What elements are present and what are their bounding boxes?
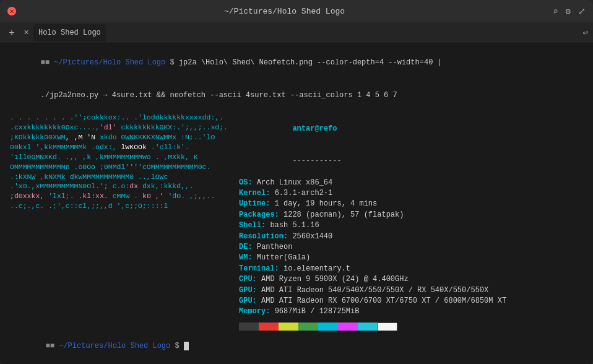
terminal-window: ✕ ~/Pictures/Holo Shed Logo ⌕ ⚙ ⤢ + ✕ Ho…: [0, 0, 593, 364]
tab-label: Holo Shed Logo: [38, 28, 101, 37]
titlebar: ✕ ~/Pictures/Holo Shed Logo ⌕ ⚙ ⤢: [0, 0, 593, 22]
color-block-5: [338, 323, 358, 331]
info-area: antar@refo ----------- OS: Arch Linux x8…: [234, 111, 588, 330]
prompt-path: ~/Pictures/Holo Shed Logo: [54, 58, 165, 67]
info-packages: Packages: 1228 (pacman), 57 (flatpak): [239, 210, 583, 220]
titlebar-icons: ⌕ ⚙ ⤢: [553, 6, 586, 17]
info-sep-line: -----------: [239, 145, 583, 178]
tabbar: + ✕ Holo Shed Logo ↩: [0, 22, 593, 43]
color-block-1: [259, 323, 279, 331]
info-kernel: Kernel: 6.3.1-arch2-1: [239, 188, 583, 199]
command-text-2: ./jp2a2neo.py → 4sure.txt && neofetch --…: [41, 91, 397, 100]
history-icon[interactable]: ↩: [583, 27, 588, 38]
ascii-art: . . . . . . . .'';cokkkox:.. .'loddkkkkk…: [5, 111, 234, 330]
terminal-content: ■■ ~/Pictures/Holo Shed Logo $ jp2a \Hol…: [0, 47, 593, 360]
info-wm: WM: Mutter(Gala): [239, 253, 583, 263]
command-line-2: ./jp2a2neo.py → 4sure.txt && neofetch --…: [5, 79, 588, 111]
bottom-dollar: $: [175, 342, 179, 350]
expand-icon[interactable]: ⤢: [578, 6, 586, 17]
color-block-3: [298, 323, 318, 331]
info-username: antar@refo: [292, 124, 337, 133]
cursor: [184, 342, 189, 350]
main-area: . . . . . . . .'';cokkkox:.. .'loddkkkkk…: [5, 111, 588, 330]
info-de: DE: Pantheon: [239, 242, 583, 253]
info-resolution: Resolution: 2560x1440: [239, 232, 583, 242]
command-line: ■■ ~/Pictures/Holo Shed Logo $ jp2a \Hol…: [5, 47, 588, 79]
window-close-button[interactable]: ✕: [7, 7, 16, 15]
bottom-avatar: ■■: [46, 342, 59, 350]
prompt-avatar: ■■: [41, 58, 54, 67]
info-memory: Memory: 9687MiB / 128725MiB: [239, 306, 583, 317]
color-block-2: [279, 323, 298, 331]
tab-close-button[interactable]: ✕: [21, 28, 31, 38]
info-os: OS: Arch Linux x86_64: [239, 178, 583, 188]
command-text: jp2a \Holo\ Shed\ Neofetch.png --color-d…: [179, 58, 442, 67]
search-icon[interactable]: ⌕: [553, 6, 558, 17]
bottom-path: ~/Pictures/Holo Shed Logo: [59, 342, 170, 350]
color-block-0: [239, 323, 259, 331]
terminal-body[interactable]: ■■ ~/Pictures/Holo Shed Logo $ jp2a \Hol…: [0, 43, 593, 364]
info-separator: -----------: [292, 157, 341, 165]
info-gpu1: GPU: AMD ATI Radeon 540/540X/550/550X / …: [239, 285, 583, 296]
window-title: ~/Pictures/Holo Shed Logo: [16, 7, 553, 16]
prompt-dollar: $: [170, 58, 174, 67]
info-terminal: Terminal: io.elementary.t: [239, 264, 583, 274]
info-shell: Shell: bash 5.1.16: [239, 220, 583, 231]
info-user-line: antar@refo: [239, 113, 583, 145]
color-block-4: [318, 323, 338, 331]
info-cpu: CPU: AMD Ryzen 9 5900X (24) @ 4.400GHz: [239, 274, 583, 285]
bottom-prompt-line: ■■ ~/Pictures/Holo Shed Logo $: [5, 331, 588, 360]
color-blocks: [239, 323, 583, 331]
info-uptime: Uptime: 1 day, 19 hours, 4 mins: [239, 199, 583, 209]
color-block-6: [358, 323, 378, 331]
new-tab-button[interactable]: +: [5, 26, 19, 40]
gear-icon[interactable]: ⚙: [566, 6, 571, 17]
info-gpu2: GPU: AMD ATI Radeon RX 6700/6700 XT/6750…: [239, 296, 583, 306]
active-tab[interactable]: Holo Shed Logo: [33, 24, 106, 41]
color-block-7: [378, 323, 397, 331]
titlebar-left: ✕: [7, 7, 16, 15]
